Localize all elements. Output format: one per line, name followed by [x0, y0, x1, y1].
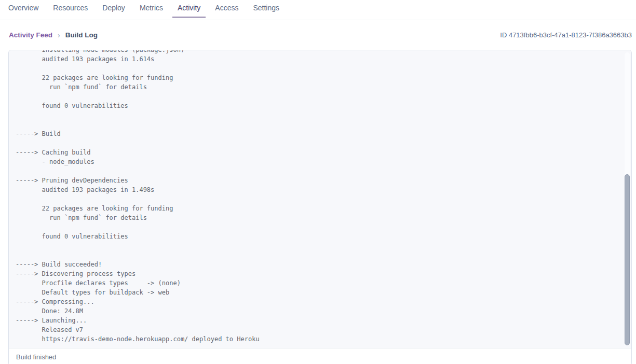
tab-deploy[interactable]: Deploy: [97, 0, 130, 20]
build-log-panel: Installing node modules (package.json) a…: [8, 50, 632, 364]
tab-resources-label: Resources: [53, 4, 88, 12]
tab-access[interactable]: Access: [210, 0, 243, 20]
build-log-footer: Build finished: [9, 348, 631, 364]
tab-resources[interactable]: Resources: [48, 0, 93, 20]
build-log-header: Activity Feed › Build Log ID 4713fbb6-b3…: [0, 20, 636, 50]
tab-activity[interactable]: Activity: [172, 0, 206, 20]
app-tab-bar: Overview Resources Deploy Metrics Activi…: [0, 0, 636, 20]
chevron-right-icon: ›: [58, 31, 60, 39]
tab-settings[interactable]: Settings: [248, 0, 285, 20]
tab-metrics-label: Metrics: [140, 4, 163, 12]
build-status-text: Build finished: [16, 353, 56, 361]
breadcrumb-current-page: Build Log: [65, 31, 98, 39]
breadcrumb: Activity Feed › Build Log: [9, 31, 98, 39]
tab-settings-label: Settings: [253, 4, 279, 12]
tab-metrics[interactable]: Metrics: [134, 0, 168, 20]
scrollbar-thumb[interactable]: [625, 174, 630, 345]
tab-activity-label: Activity: [178, 4, 200, 12]
tab-overview-label: Overview: [8, 4, 38, 12]
build-log-text: Installing node modules (package.json) a…: [9, 50, 631, 344]
tab-access-label: Access: [215, 4, 238, 12]
build-log-output[interactable]: Installing node modules (package.json) a…: [9, 50, 631, 348]
build-id-text: ID 4713fbb6-b3cf-47a1-8123-7f386a3663b3: [500, 31, 632, 39]
tab-overview[interactable]: Overview: [3, 0, 44, 20]
breadcrumb-activity-feed-link[interactable]: Activity Feed: [9, 31, 52, 39]
scrollbar-track[interactable]: [625, 52, 630, 346]
tab-deploy-label: Deploy: [102, 4, 125, 12]
